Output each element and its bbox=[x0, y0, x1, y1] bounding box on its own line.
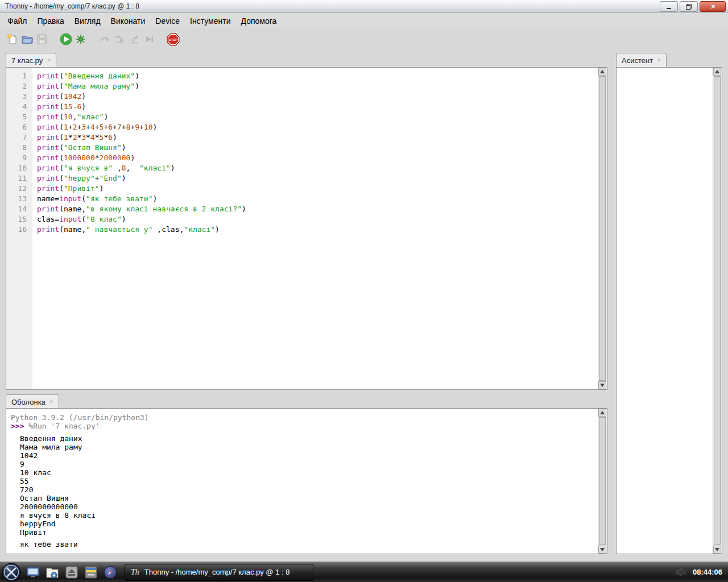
code-line[interactable]: print(15-6) bbox=[37, 102, 598, 112]
code-token: ( bbox=[59, 164, 64, 172]
volume-muted-icon[interactable] bbox=[676, 568, 687, 577]
menu-item-правка[interactable]: Правка bbox=[32, 14, 69, 28]
code-token: 4 bbox=[90, 123, 95, 131]
menu-item-допомога[interactable]: Допомога bbox=[236, 14, 282, 28]
shell-panel[interactable]: Python 3.9.2 (/usr/bin/python3) >>> %Run… bbox=[6, 408, 607, 554]
code-line[interactable]: print("Привіт") bbox=[37, 184, 598, 194]
code-line[interactable]: print(1000000*2000000) bbox=[37, 153, 598, 163]
scroll-up-icon[interactable] bbox=[713, 68, 721, 76]
code-line[interactable]: print(10,"клас") bbox=[37, 112, 598, 122]
debug-button[interactable] bbox=[74, 32, 88, 46]
taskbar-thonny-task[interactable]: Th Thonny - /home/my_comp/7 клас.py @ 1 … bbox=[125, 564, 313, 581]
menu-item-інстументи[interactable]: Інстументи bbox=[185, 14, 235, 28]
run-button[interactable] bbox=[59, 32, 73, 46]
code-token: "клас" bbox=[77, 113, 104, 121]
scroll-down-icon[interactable] bbox=[598, 381, 606, 389]
code-line[interactable]: print(name," навчається у" ,clas,"класі"… bbox=[37, 225, 598, 235]
maximize-button[interactable] bbox=[680, 1, 698, 12]
menu-item-вигляд[interactable]: Вигляд bbox=[69, 14, 106, 28]
code-line[interactable]: print("Введення даних") bbox=[37, 71, 598, 81]
scroll-up-icon[interactable] bbox=[598, 409, 606, 417]
eject-icon bbox=[65, 566, 78, 579]
code-token: + bbox=[68, 123, 73, 131]
window-controls bbox=[660, 1, 726, 12]
monitor-icon bbox=[26, 567, 40, 578]
menu-item-файл[interactable]: Файл bbox=[2, 14, 32, 28]
step-over-button[interactable] bbox=[98, 32, 111, 46]
resume-button[interactable] bbox=[142, 32, 156, 46]
save-file-button[interactable] bbox=[35, 32, 49, 46]
code-token: ( bbox=[81, 194, 86, 203]
code-token: ( bbox=[59, 82, 64, 90]
tab-assistant[interactable]: Асистент × bbox=[616, 53, 667, 67]
browser-compass-icon bbox=[104, 566, 117, 579]
code-line[interactable]: print("Мама мила раму") bbox=[37, 81, 598, 92]
scroll-up-icon[interactable] bbox=[598, 68, 606, 76]
code-token: 3 bbox=[81, 133, 86, 142]
code-line[interactable]: print("heppy"+"End") bbox=[37, 173, 598, 184]
editor-scrollbar-thumb[interactable] bbox=[599, 76, 606, 381]
editor-scrollbar[interactable] bbox=[598, 68, 607, 389]
editor-tab-close-icon[interactable]: × bbox=[47, 57, 51, 64]
file-manager-launcher[interactable] bbox=[45, 565, 60, 580]
close-button[interactable] bbox=[700, 1, 726, 12]
step-into-button[interactable] bbox=[113, 32, 126, 46]
assistant-scrollbar[interactable] bbox=[713, 68, 722, 554]
tab-editor-file[interactable]: 7 клас.py × bbox=[6, 53, 56, 67]
code-line[interactable]: print("я вчуся в" ,8, "класі") bbox=[37, 163, 598, 173]
minimize-button[interactable] bbox=[660, 1, 678, 12]
code-token: 6 bbox=[108, 123, 113, 131]
code-editor[interactable]: 12345678910111213141516 print("Введення … bbox=[6, 67, 607, 390]
code-line[interactable]: print(name,"в якому класі навчаєся в 2 к… bbox=[37, 204, 598, 214]
close-icon bbox=[710, 3, 716, 10]
scroll-down-icon[interactable] bbox=[713, 546, 721, 554]
code-token: ( bbox=[59, 153, 64, 162]
code-token: clas= bbox=[37, 215, 59, 223]
code-token: " навчається у" bbox=[86, 225, 152, 234]
code-token: + bbox=[95, 123, 100, 131]
line-number: 2 bbox=[6, 81, 32, 92]
assistant-tab-close-icon[interactable]: × bbox=[657, 57, 661, 64]
terminal-launcher[interactable] bbox=[26, 565, 40, 580]
code-line[interactable]: name=input("як тебе звати") bbox=[37, 194, 598, 204]
code-token: "End" bbox=[100, 174, 122, 182]
scroll-down-icon[interactable] bbox=[598, 546, 606, 554]
task-label: Thonny - /home/my_comp/7 клас.py @ 1 : 8 bbox=[144, 568, 290, 576]
code-token: (name, bbox=[59, 205, 86, 213]
shell-output-line: Привіт bbox=[11, 528, 598, 537]
menu-item-виконати[interactable]: Виконати bbox=[106, 14, 151, 28]
code-line[interactable]: print("Остап Вишня") bbox=[37, 143, 598, 153]
eject-media-button[interactable] bbox=[64, 565, 79, 580]
web-browser-launcher[interactable] bbox=[103, 565, 118, 580]
shell-scrollbar[interactable] bbox=[598, 409, 607, 554]
resume-icon bbox=[144, 34, 154, 44]
app-menu-button[interactable] bbox=[2, 563, 21, 582]
code-line[interactable]: print(1*2*3*4*5*6) bbox=[37, 132, 598, 143]
line-number: 11 bbox=[6, 173, 32, 184]
code-token: 8 bbox=[122, 164, 126, 172]
code-line[interactable]: clas=input("8 клас") bbox=[37, 214, 598, 225]
stop-button[interactable]: STOP bbox=[166, 32, 180, 46]
shell-body[interactable]: Python 3.9.2 (/usr/bin/python3) >>> %Run… bbox=[6, 409, 598, 554]
line-number: 10 bbox=[6, 163, 32, 173]
open-file-button[interactable] bbox=[20, 32, 34, 46]
new-file-button[interactable] bbox=[6, 32, 19, 46]
code-line[interactable]: print(1042) bbox=[37, 92, 598, 102]
shell-scrollbar-thumb[interactable] bbox=[599, 417, 606, 545]
tab-shell[interactable]: Оболонка × bbox=[6, 394, 59, 409]
code-line[interactable]: print(1+2+3+4+5+6+7+8+9+10) bbox=[37, 122, 598, 132]
step-into-icon bbox=[114, 34, 125, 44]
assistant-scrollbar-thumb[interactable] bbox=[714, 76, 721, 545]
step-out-button[interactable] bbox=[127, 32, 141, 46]
keyboard-layout-indicator[interactable] bbox=[84, 565, 98, 580]
code-token: ) bbox=[81, 102, 86, 111]
code-token: print bbox=[37, 92, 59, 101]
code-token: , bbox=[126, 164, 139, 172]
shell-tab-close-icon[interactable]: × bbox=[49, 398, 53, 405]
code-token: print bbox=[37, 153, 59, 162]
menu-item-device[interactable]: Device bbox=[150, 14, 185, 28]
code-area[interactable]: print("Введення даних")print("Мама мила … bbox=[32, 68, 598, 389]
code-token: 1 bbox=[64, 123, 68, 131]
run-magic-command: %Run '7 клас.py' bbox=[24, 422, 100, 430]
title-bar: Thonny - /home/my_comp/7 клас.py @ 1 : 8 bbox=[0, 0, 728, 13]
